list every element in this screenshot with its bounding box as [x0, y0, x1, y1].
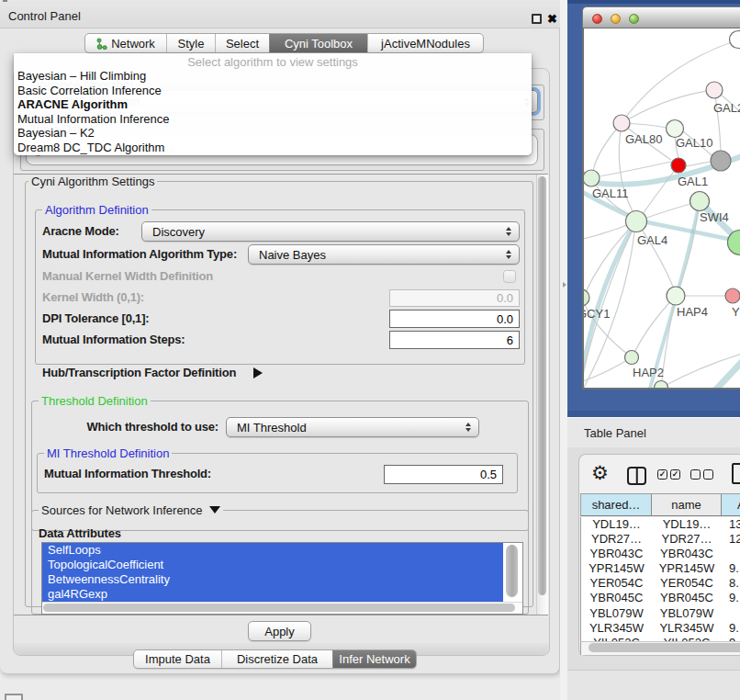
tab-select[interactable]: Select: [215, 34, 269, 52]
table-row[interactable]: YLR345WYLR345W9.: [581, 621, 740, 636]
mi-threshold-field[interactable]: 0.5: [384, 465, 503, 484]
node-label-gal11: GAL11: [592, 186, 629, 200]
table-hscrollbar-thumb[interactable]: [589, 643, 740, 652]
which-threshold-value: MI Threshold: [237, 421, 307, 435]
deselect-all-icon[interactable]: [690, 469, 716, 483]
mi-steps-label: Mutual Information Steps:: [42, 333, 185, 346]
network-node-salmon[interactable]: [725, 288, 740, 303]
dropdown-item-selected[interactable]: ARACNE Algorithm: [14, 97, 532, 112]
select-all-icon[interactable]: ✓✓: [657, 469, 683, 483]
list-item[interactable]: BetweennessCentrality: [42, 572, 503, 587]
table-row[interactable]: YBL079WYBL079W: [581, 606, 740, 621]
mi-steps-field[interactable]: 6: [389, 331, 520, 349]
node-label-hap2: HAP2: [633, 366, 664, 379]
aracne-mode-combobox[interactable]: Discovery: [141, 221, 520, 242]
table-row[interactable]: YER054CYER054C8.: [581, 576, 740, 591]
cell: 9.: [722, 591, 740, 605]
tab-infer-network[interactable]: Infer Network: [332, 650, 416, 668]
which-threshold-combobox[interactable]: MI Threshold: [226, 417, 479, 437]
close-window-icon[interactable]: [592, 14, 602, 24]
split-divider[interactable]: [560, 0, 567, 700]
dropdown-item[interactable]: Basic Correlation Inference: [14, 84, 532, 98]
attr-list-vscrollbar-thumb[interactable]: [506, 545, 518, 597]
network-node-gal1[interactable]: [671, 158, 686, 173]
apply-button[interactable]: Apply: [248, 621, 311, 641]
network-node-gal10[interactable]: [667, 120, 684, 138]
dpi-tolerance-field[interactable]: 0.0: [389, 310, 520, 328]
close-panel-icon[interactable]: ✖: [547, 12, 557, 26]
combo-arrows-icon: [506, 250, 511, 259]
network-node-hap2[interactable]: [625, 351, 639, 365]
column-header-name[interactable]: name: [652, 494, 722, 515]
column-header-partial[interactable]: A: [722, 494, 740, 515]
cyni-bottom-tabs: Impute Data Discretize Data Infer Networ…: [133, 649, 417, 669]
column-header-label: shared…: [592, 498, 641, 512]
sources-box-title-label: Sources for Network Inference: [41, 503, 203, 517]
tab-impute-data[interactable]: Impute Data: [134, 650, 221, 668]
zoom-window-icon[interactable]: [629, 14, 639, 24]
control-panel-titlebar[interactable]: Control Panel ✖: [0, 2, 560, 28]
edge: [600, 162, 671, 176]
sources-box-title[interactable]: Sources for Network Inference: [39, 503, 223, 517]
tab-network[interactable]: Network: [85, 34, 166, 52]
network-node-gal4[interactable]: [626, 211, 647, 232]
network-node[interactable]: [730, 31, 740, 49]
network-node-hap4[interactable]: [667, 287, 685, 305]
network-graph: GAL2 GAL80 GAL10 GAL1 GAL11 GAL4 SWI4 GC…: [584, 28, 740, 388]
edge: [584, 357, 632, 384]
network-node-gal11[interactable]: [584, 170, 600, 186]
dropdown-item[interactable]: Bayesian – K2: [14, 126, 532, 141]
cell: YDR27…: [652, 532, 722, 547]
network-node-gray[interactable]: [711, 151, 731, 171]
cell: 8.: [722, 576, 740, 591]
network-window-titlebar[interactable]: [582, 6, 740, 28]
dropdown-item[interactable]: Mutual Information Inference: [14, 112, 532, 127]
manual-kernel-checkbox[interactable]: [503, 270, 516, 283]
float-panel-icon[interactable]: [532, 14, 542, 24]
column-browser-icon[interactable]: [627, 467, 646, 485]
tab-jactivemnodules[interactable]: jActiveMNodules: [367, 34, 483, 52]
table-row[interactable]: YBR043CYBR043C: [581, 547, 740, 561]
document-icon[interactable]: [732, 463, 740, 484]
kernel-width-field[interactable]: 0.0: [389, 289, 520, 307]
gear-icon[interactable]: ⚙: [591, 462, 609, 484]
mi-type-combobox[interactable]: Naive Bayes: [248, 244, 520, 265]
tab-style[interactable]: Style: [166, 34, 215, 52]
tab-cyni-toolbox[interactable]: Cyni Toolbox: [269, 34, 367, 52]
table-row[interactable]: YPR145WYPR145W9.: [581, 561, 740, 576]
table-row[interactable]: YDR27…YDR27…12: [581, 532, 740, 547]
tab-impute-data-label: Impute Data: [145, 652, 210, 666]
manual-kernel-label: Manual Kernel Width Definition: [42, 270, 213, 283]
cell: YPR145W: [581, 561, 652, 576]
hub-section-label[interactable]: Hub/Transcription Factor Definition: [42, 367, 236, 379]
tool-panel-icon[interactable]: [5, 694, 23, 700]
combo-arrows-icon: [465, 423, 471, 432]
dropdown-item[interactable]: Dream8 DC_TDC Algorithm: [14, 141, 532, 155]
network-node-bottom[interactable]: [655, 381, 668, 389]
edge: [643, 165, 678, 214]
table-row[interactable]: YBR045CYBR045C9.: [581, 591, 740, 605]
list-item[interactable]: TopologicalCoefficient: [42, 558, 503, 572]
hub-section-collapsed-icon[interactable]: [253, 367, 263, 378]
combo-arrows-icon: [506, 227, 511, 236]
column-header-shared-name[interactable]: shared…: [581, 494, 652, 515]
minimize-window-icon[interactable]: [611, 14, 621, 24]
tab-discretize-data[interactable]: Discretize Data: [221, 650, 332, 668]
tab-jactivemnodules-label: jActiveMNodules: [381, 37, 470, 51]
settings-vscrollbar-thumb[interactable]: [538, 176, 546, 595]
list-item[interactable]: SelfLoops: [42, 543, 503, 558]
network-node-gal80[interactable]: [613, 115, 630, 131]
dropdown-item[interactable]: Bayesian – Hill Climbing: [14, 69, 532, 84]
attr-list-hscrollbar-thumb[interactable]: [43, 604, 515, 612]
settings-viewport-bottom-line: [14, 615, 548, 615]
divider-collapse-icon[interactable]: [563, 282, 566, 288]
network-node-gcy1[interactable]: [584, 289, 589, 306]
sources-expanded-icon[interactable]: [209, 506, 220, 514]
table-row[interactable]: YDL19…YDL19…13: [581, 517, 740, 532]
network-node-gal2[interactable]: [706, 82, 723, 98]
network-node-swi4[interactable]: [690, 192, 710, 211]
network-canvas[interactable]: GAL2 GAL80 GAL10 GAL1 GAL11 GAL4 SWI4 GC…: [582, 28, 740, 390]
list-item[interactable]: gal4RGexp: [42, 587, 503, 602]
algorithm-dropdown-header: Select algorithm to view settings: [14, 55, 532, 69]
table-panel-titlebar[interactable]: Table Panel: [567, 417, 740, 447]
